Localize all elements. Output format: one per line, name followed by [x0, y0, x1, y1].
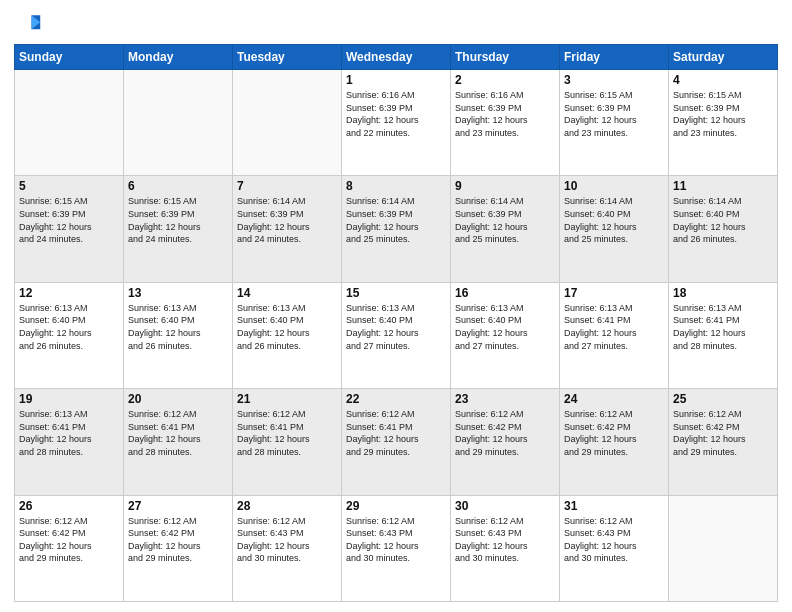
- calendar-cell: 28Sunrise: 6:12 AMSunset: 6:43 PMDayligh…: [233, 495, 342, 601]
- day-number: 31: [564, 499, 664, 513]
- day-info: Sunrise: 6:13 AMSunset: 6:40 PMDaylight:…: [128, 302, 228, 352]
- week-row-2: 5Sunrise: 6:15 AMSunset: 6:39 PMDaylight…: [15, 176, 778, 282]
- day-number: 29: [346, 499, 446, 513]
- calendar-cell: 2Sunrise: 6:16 AMSunset: 6:39 PMDaylight…: [451, 70, 560, 176]
- day-number: 1: [346, 73, 446, 87]
- calendar-cell: 15Sunrise: 6:13 AMSunset: 6:40 PMDayligh…: [342, 282, 451, 388]
- calendar-cell: 4Sunrise: 6:15 AMSunset: 6:39 PMDaylight…: [669, 70, 778, 176]
- day-number: 26: [19, 499, 119, 513]
- calendar-cell: 27Sunrise: 6:12 AMSunset: 6:42 PMDayligh…: [124, 495, 233, 601]
- calendar-cell: 8Sunrise: 6:14 AMSunset: 6:39 PMDaylight…: [342, 176, 451, 282]
- day-info: Sunrise: 6:12 AMSunset: 6:41 PMDaylight:…: [237, 408, 337, 458]
- weekday-header-monday: Monday: [124, 45, 233, 70]
- calendar-cell: 11Sunrise: 6:14 AMSunset: 6:40 PMDayligh…: [669, 176, 778, 282]
- calendar-cell: 30Sunrise: 6:12 AMSunset: 6:43 PMDayligh…: [451, 495, 560, 601]
- day-info: Sunrise: 6:12 AMSunset: 6:43 PMDaylight:…: [237, 515, 337, 565]
- day-info: Sunrise: 6:12 AMSunset: 6:43 PMDaylight:…: [564, 515, 664, 565]
- day-info: Sunrise: 6:12 AMSunset: 6:41 PMDaylight:…: [128, 408, 228, 458]
- calendar-cell: 7Sunrise: 6:14 AMSunset: 6:39 PMDaylight…: [233, 176, 342, 282]
- day-info: Sunrise: 6:16 AMSunset: 6:39 PMDaylight:…: [346, 89, 446, 139]
- day-number: 13: [128, 286, 228, 300]
- day-number: 14: [237, 286, 337, 300]
- day-number: 27: [128, 499, 228, 513]
- calendar-cell: 26Sunrise: 6:12 AMSunset: 6:42 PMDayligh…: [15, 495, 124, 601]
- day-number: 20: [128, 392, 228, 406]
- weekday-header-tuesday: Tuesday: [233, 45, 342, 70]
- calendar-cell: 18Sunrise: 6:13 AMSunset: 6:41 PMDayligh…: [669, 282, 778, 388]
- day-info: Sunrise: 6:14 AMSunset: 6:39 PMDaylight:…: [237, 195, 337, 245]
- day-number: 7: [237, 179, 337, 193]
- calendar-cell: 19Sunrise: 6:13 AMSunset: 6:41 PMDayligh…: [15, 389, 124, 495]
- calendar-cell: [124, 70, 233, 176]
- calendar-cell: 12Sunrise: 6:13 AMSunset: 6:40 PMDayligh…: [15, 282, 124, 388]
- day-info: Sunrise: 6:14 AMSunset: 6:39 PMDaylight:…: [346, 195, 446, 245]
- day-number: 22: [346, 392, 446, 406]
- day-info: Sunrise: 6:12 AMSunset: 6:43 PMDaylight:…: [346, 515, 446, 565]
- calendar-cell: 6Sunrise: 6:15 AMSunset: 6:39 PMDaylight…: [124, 176, 233, 282]
- header: [14, 10, 778, 38]
- calendar-cell: 1Sunrise: 6:16 AMSunset: 6:39 PMDaylight…: [342, 70, 451, 176]
- calendar-cell: 23Sunrise: 6:12 AMSunset: 6:42 PMDayligh…: [451, 389, 560, 495]
- day-info: Sunrise: 6:13 AMSunset: 6:40 PMDaylight:…: [346, 302, 446, 352]
- calendar-cell: 14Sunrise: 6:13 AMSunset: 6:40 PMDayligh…: [233, 282, 342, 388]
- calendar-cell: 3Sunrise: 6:15 AMSunset: 6:39 PMDaylight…: [560, 70, 669, 176]
- day-number: 21: [237, 392, 337, 406]
- day-number: 11: [673, 179, 773, 193]
- day-info: Sunrise: 6:12 AMSunset: 6:41 PMDaylight:…: [346, 408, 446, 458]
- calendar-cell: 10Sunrise: 6:14 AMSunset: 6:40 PMDayligh…: [560, 176, 669, 282]
- calendar-cell: 21Sunrise: 6:12 AMSunset: 6:41 PMDayligh…: [233, 389, 342, 495]
- day-info: Sunrise: 6:15 AMSunset: 6:39 PMDaylight:…: [128, 195, 228, 245]
- calendar-cell: [233, 70, 342, 176]
- day-number: 4: [673, 73, 773, 87]
- calendar-cell: [669, 495, 778, 601]
- day-number: 28: [237, 499, 337, 513]
- day-number: 5: [19, 179, 119, 193]
- day-number: 2: [455, 73, 555, 87]
- day-info: Sunrise: 6:12 AMSunset: 6:42 PMDaylight:…: [19, 515, 119, 565]
- page: SundayMondayTuesdayWednesdayThursdayFrid…: [0, 0, 792, 612]
- day-number: 16: [455, 286, 555, 300]
- day-info: Sunrise: 6:12 AMSunset: 6:42 PMDaylight:…: [128, 515, 228, 565]
- calendar-table: SundayMondayTuesdayWednesdayThursdayFrid…: [14, 44, 778, 602]
- day-number: 6: [128, 179, 228, 193]
- day-info: Sunrise: 6:13 AMSunset: 6:40 PMDaylight:…: [455, 302, 555, 352]
- day-number: 25: [673, 392, 773, 406]
- day-info: Sunrise: 6:13 AMSunset: 6:41 PMDaylight:…: [564, 302, 664, 352]
- logo-icon: [14, 10, 42, 38]
- calendar-cell: 17Sunrise: 6:13 AMSunset: 6:41 PMDayligh…: [560, 282, 669, 388]
- weekday-header-row: SundayMondayTuesdayWednesdayThursdayFrid…: [15, 45, 778, 70]
- day-number: 3: [564, 73, 664, 87]
- week-row-3: 12Sunrise: 6:13 AMSunset: 6:40 PMDayligh…: [15, 282, 778, 388]
- weekday-header-friday: Friday: [560, 45, 669, 70]
- day-info: Sunrise: 6:13 AMSunset: 6:40 PMDaylight:…: [19, 302, 119, 352]
- day-info: Sunrise: 6:13 AMSunset: 6:41 PMDaylight:…: [19, 408, 119, 458]
- calendar-cell: 20Sunrise: 6:12 AMSunset: 6:41 PMDayligh…: [124, 389, 233, 495]
- calendar-cell: 31Sunrise: 6:12 AMSunset: 6:43 PMDayligh…: [560, 495, 669, 601]
- day-info: Sunrise: 6:12 AMSunset: 6:42 PMDaylight:…: [564, 408, 664, 458]
- day-info: Sunrise: 6:14 AMSunset: 6:39 PMDaylight:…: [455, 195, 555, 245]
- day-info: Sunrise: 6:14 AMSunset: 6:40 PMDaylight:…: [673, 195, 773, 245]
- day-number: 19: [19, 392, 119, 406]
- day-number: 24: [564, 392, 664, 406]
- day-number: 8: [346, 179, 446, 193]
- calendar-cell: 9Sunrise: 6:14 AMSunset: 6:39 PMDaylight…: [451, 176, 560, 282]
- weekday-header-saturday: Saturday: [669, 45, 778, 70]
- day-info: Sunrise: 6:12 AMSunset: 6:42 PMDaylight:…: [455, 408, 555, 458]
- weekday-header-sunday: Sunday: [15, 45, 124, 70]
- calendar-cell: [15, 70, 124, 176]
- day-info: Sunrise: 6:12 AMSunset: 6:42 PMDaylight:…: [673, 408, 773, 458]
- day-info: Sunrise: 6:15 AMSunset: 6:39 PMDaylight:…: [564, 89, 664, 139]
- day-info: Sunrise: 6:13 AMSunset: 6:41 PMDaylight:…: [673, 302, 773, 352]
- calendar-cell: 24Sunrise: 6:12 AMSunset: 6:42 PMDayligh…: [560, 389, 669, 495]
- calendar-cell: 16Sunrise: 6:13 AMSunset: 6:40 PMDayligh…: [451, 282, 560, 388]
- day-info: Sunrise: 6:16 AMSunset: 6:39 PMDaylight:…: [455, 89, 555, 139]
- day-info: Sunrise: 6:13 AMSunset: 6:40 PMDaylight:…: [237, 302, 337, 352]
- day-number: 17: [564, 286, 664, 300]
- week-row-5: 26Sunrise: 6:12 AMSunset: 6:42 PMDayligh…: [15, 495, 778, 601]
- day-info: Sunrise: 6:14 AMSunset: 6:40 PMDaylight:…: [564, 195, 664, 245]
- calendar-cell: 25Sunrise: 6:12 AMSunset: 6:42 PMDayligh…: [669, 389, 778, 495]
- logo: [14, 10, 46, 38]
- calendar-body: 1Sunrise: 6:16 AMSunset: 6:39 PMDaylight…: [15, 70, 778, 602]
- calendar-cell: 29Sunrise: 6:12 AMSunset: 6:43 PMDayligh…: [342, 495, 451, 601]
- day-number: 23: [455, 392, 555, 406]
